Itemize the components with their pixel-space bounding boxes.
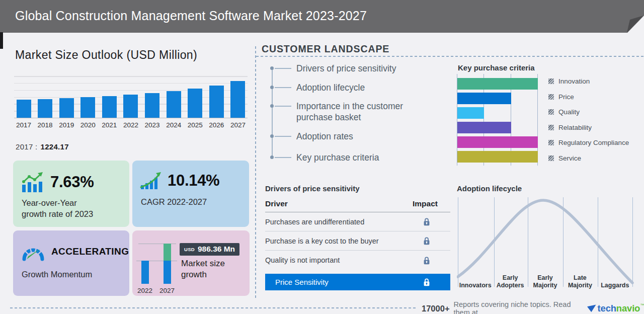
market-size-bar — [59, 98, 74, 118]
yoy-value: 7.63% — [50, 173, 94, 191]
key-purchase-criteria-title: Key purchase criteria — [458, 63, 535, 72]
growth-label-line1: Market size — [181, 258, 225, 269]
legend-label: Relatability — [558, 124, 592, 131]
driver-row: Purchases are undifferentiated — [265, 212, 450, 231]
kpc-bar — [457, 78, 538, 90]
brand-tech: tech — [598, 303, 616, 313]
mini-bar-2022 — [141, 261, 149, 284]
mini-bar-2027-base — [164, 261, 171, 284]
adoption-lifecycle-chart: InnovatorsEarly AdoptersEarly MajorityLa… — [457, 196, 634, 293]
legend-label: Regulatory Compliance — [558, 139, 629, 146]
adoption-lifecycle-title: Adoption lifecycle — [457, 184, 522, 193]
growth-label: Market size growth — [181, 258, 225, 280]
market-size-bar — [167, 91, 181, 118]
year-tick-label: 2018 — [37, 121, 54, 129]
technavio-logo: technavio™ — [587, 303, 644, 314]
market-growth-card: 2022 2027 USD 986.36 Mn Market size grow… — [132, 230, 250, 296]
kpc-bar — [457, 93, 511, 104]
mini-xlabel-2027: 2027 — [159, 287, 175, 294]
bar-column — [208, 86, 225, 118]
year-tick-label: 2027 — [229, 121, 247, 129]
list-bullet-dot — [270, 134, 274, 138]
yoy-label: Year-over-Year growth rate of 2023 — [13, 193, 129, 220]
market-size-bars — [14, 70, 248, 118]
driver-row: Quality is not important — [265, 251, 450, 270]
landscape-list-item: Adoption rates — [270, 131, 451, 142]
list-connector-line — [275, 87, 291, 88]
footer-dashed-line — [10, 307, 416, 308]
legend-item: Regulatory Compliance — [548, 138, 629, 147]
key-purchase-criteria-chart — [457, 74, 538, 166]
landscape-item-label: Drivers of price sensitivity — [296, 63, 432, 74]
legend-hatch-swatch — [548, 94, 554, 100]
landscape-list-item: Adoption lifecycle — [270, 83, 451, 94]
lock-icon — [423, 256, 430, 265]
bar-column — [15, 100, 32, 118]
price-sensitivity-title: Drivers of price sensitivity — [265, 184, 360, 193]
brand-navio: navio — [616, 303, 640, 313]
price-sensitivity-highlight-row: Price Sensitivity — [265, 274, 450, 290]
legend-item: Quality — [548, 108, 629, 116]
lifecycle-stage-label: Early Adopters — [493, 274, 527, 290]
technavio-wordmark: technavio™ — [598, 303, 644, 314]
market-size-bar — [80, 97, 95, 118]
momentum-card-top: ACCELERATING — [13, 230, 129, 262]
price-sensitivity-table: Driver Impact Purchases are undifferenti… — [265, 199, 450, 290]
edge-tab-decoration — [0, 32, 3, 49]
list-bullet-dot — [270, 104, 274, 108]
driver-label: Quality is not important — [265, 256, 340, 264]
legend-label: Service — [558, 154, 581, 162]
kpc-bar — [457, 151, 538, 163]
mini-xlabel-2022: 2022 — [137, 287, 152, 294]
mini-bar-2027 — [164, 244, 171, 284]
lifecycle-stage-label: Late Majority — [562, 274, 597, 290]
lifecycle-labels: InnovatorsEarly AdoptersEarly MajorityLa… — [458, 274, 632, 290]
base-year-note: 2017 :1224.17 — [16, 142, 69, 151]
kpc-bars — [457, 78, 538, 163]
mini-bar-2022-segment — [141, 261, 149, 284]
legend-hatch-swatch — [548, 155, 554, 161]
bar-column — [144, 93, 161, 118]
column-impact: Impact — [413, 199, 438, 208]
year-tick-label: 2017 — [15, 121, 32, 129]
column-driver: Driver — [265, 199, 288, 208]
legend-item: Service — [548, 154, 629, 163]
growth-mini-chart: 2022 2027 — [137, 244, 176, 284]
market-size-bar — [17, 100, 31, 118]
list-connector-line — [275, 136, 291, 137]
report-count: 17000+ — [422, 304, 450, 313]
legend-hatch-swatch — [548, 140, 554, 145]
bar-column — [101, 96, 118, 118]
technavio-arrow-icon — [587, 304, 596, 312]
list-bullet-dot — [270, 66, 274, 70]
landscape-list-item: Key purchase criteria — [270, 152, 451, 164]
year-tick-label: 2024 — [165, 121, 182, 129]
infographic-root: Global Construction Management Software … — [0, 0, 644, 314]
highlight-label: Price Sensitivity — [275, 278, 329, 286]
footer: 17000+ Reports covering niche topics. Re… — [422, 300, 644, 314]
bar-column — [79, 97, 97, 118]
market-size-bar — [123, 95, 138, 118]
year-tick-label: 2019 — [58, 121, 75, 129]
lifecycle-stage-label: Laggards — [598, 274, 632, 290]
legend-label: Innovation — [558, 77, 590, 85]
momentum-label: Growth Momentum — [13, 262, 129, 280]
legend-item: Relatability — [548, 123, 629, 132]
bar-column — [165, 91, 182, 118]
legend-item: Price — [548, 93, 629, 101]
list-bullet-dot — [270, 86, 274, 89]
lock-icon — [423, 278, 430, 286]
landscape-list-item: Importance in the customer purchase bask… — [270, 101, 451, 123]
landscape-item-label: Adoption lifecycle — [296, 83, 432, 94]
landscape-list-item: Drivers of price sensitivity — [270, 63, 451, 74]
growth-arrow-icon — [140, 171, 162, 190]
cagr-card: 10.14% CAGR 2022-2027 — [132, 161, 249, 227]
base-year-value: 1224.17 — [41, 142, 69, 151]
bar-column — [122, 95, 139, 118]
table-header-row: Driver Impact — [265, 199, 450, 212]
year-tick-label: 2023 — [144, 121, 161, 129]
market-size-bar — [102, 96, 117, 118]
growth-value: 986.36 Mn — [198, 245, 235, 254]
yoy-growth-card: 7.63% Year-over-Year growth rate of 2023 — [13, 161, 129, 227]
growth-value-badge: USD 986.36 Mn — [180, 243, 239, 256]
